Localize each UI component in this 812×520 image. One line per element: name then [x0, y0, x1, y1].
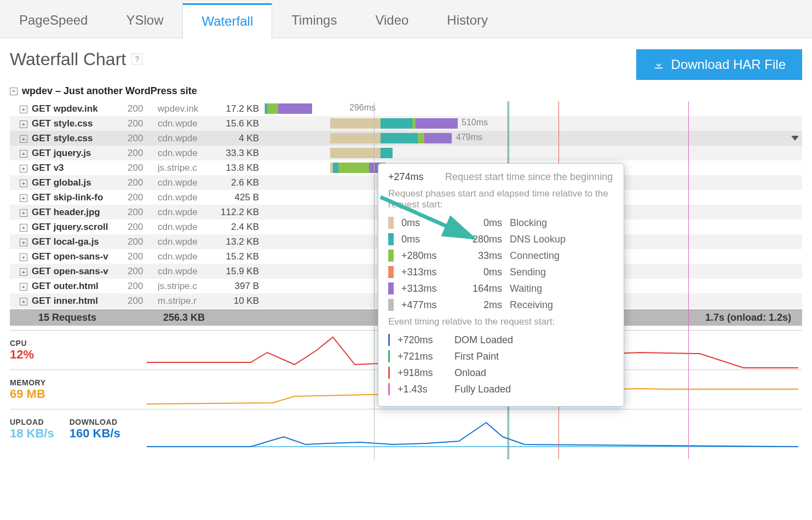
phase-swatch — [388, 299, 394, 311]
expand-icon[interactable]: + — [20, 209, 27, 217]
request-bar: 510ms — [264, 116, 802, 131]
tooltip-start-time: +274ms — [388, 171, 432, 183]
expand-icon[interactable]: + — [20, 120, 27, 128]
request-name: GET open-sans-v — [32, 251, 128, 262]
request-size: 13.8 KB — [218, 163, 264, 174]
phase-swatch — [388, 250, 394, 262]
request-domain: cdn.wpde — [158, 192, 218, 203]
request-status: 200 — [128, 177, 158, 188]
request-domain: cdn.wpde — [158, 251, 218, 262]
event-row: +918ms Onload — [388, 365, 614, 381]
expand-icon[interactable]: + — [20, 283, 27, 291]
download-icon — [653, 59, 665, 71]
tab-timings[interactable]: Timings — [272, 3, 356, 38]
upload-title: UPLOAD — [10, 418, 54, 426]
request-bar: 479ms — [264, 131, 802, 146]
waterfall-row[interactable]: + GET style.css 200 cdn.wpde 4 KB 479ms — [10, 131, 802, 146]
request-size: 4 KB — [218, 133, 264, 144]
upload-value: 18 KB/s — [10, 426, 54, 441]
expand-icon[interactable]: + — [20, 150, 27, 158]
request-size: 17.2 KB — [218, 103, 264, 114]
download-har-button[interactable]: Download HAR File — [636, 49, 802, 80]
tabs-bar: PageSpeed YSlow Waterfall Timings Video … — [0, 0, 812, 38]
waterfall-row[interactable]: + GET jquery.js 200 cdn.wpde 33.3 KB — [10, 146, 802, 160]
waterfall-row[interactable]: + GET wpdev.ink 200 wpdev.ink 17.2 KB 29… — [10, 101, 802, 116]
request-name: GET jquery.scroll — [32, 222, 128, 233]
expand-icon[interactable]: + — [20, 253, 27, 261]
tab-history[interactable]: History — [428, 3, 507, 38]
request-status: 200 — [128, 103, 158, 114]
request-time: 510ms — [462, 118, 488, 128]
request-status: 200 — [128, 281, 158, 292]
phase-swatch — [388, 282, 394, 294]
phase-start: +313ms — [401, 267, 451, 278]
request-size: 397 B — [218, 281, 264, 292]
request-size: 112.2 KB — [218, 207, 264, 218]
phase-row: +313ms 164ms Waiting — [388, 280, 614, 297]
summary-timing: 1.7s (onload: 1.2s) — [705, 312, 802, 323]
request-name: GET local-ga.js — [32, 236, 128, 247]
expand-icon[interactable]: + — [20, 165, 27, 172]
waterfall-root-row[interactable]: − wpdev – Just another WordPress site — [10, 85, 802, 99]
phase-start: +280ms — [401, 250, 451, 262]
expand-icon[interactable]: + — [20, 194, 27, 202]
phase-name: Waiting — [510, 283, 614, 294]
phase-row: +313ms 0ms Sending — [388, 264, 614, 280]
expand-icon[interactable]: + — [20, 180, 27, 187]
expand-icon[interactable]: + — [20, 135, 27, 143]
help-icon[interactable]: ? — [131, 54, 142, 65]
phase-name: DNS Lookup — [510, 234, 614, 245]
event-time: +1.43s — [398, 384, 447, 395]
tab-waterfall[interactable]: Waterfall — [182, 3, 272, 38]
phase-name: Receiving — [510, 299, 614, 311]
request-time: 296ms — [349, 103, 376, 113]
memory-value: 69 MB — [10, 387, 45, 401]
expand-icon[interactable]: + — [20, 268, 27, 276]
event-time: +918ms — [398, 367, 447, 379]
request-status: 200 — [128, 163, 158, 174]
collapse-icon[interactable]: − — [10, 88, 18, 95]
expand-icon[interactable]: + — [20, 298, 27, 305]
waterfall-row[interactable]: + GET style.css 200 cdn.wpde 15.6 KB 510… — [10, 116, 802, 131]
request-status: 200 — [128, 236, 158, 247]
request-name: GET v3 — [32, 163, 128, 174]
event-mark — [388, 334, 390, 346]
chevron-down-icon[interactable] — [791, 136, 799, 141]
cpu-title: CPU — [10, 339, 34, 348]
phase-row: +477ms 2ms Receiving — [388, 297, 614, 313]
request-size: 425 B — [218, 192, 264, 203]
download-value: 160 KB/s — [70, 426, 120, 441]
request-name: GET global.js — [32, 177, 128, 188]
phase-duration: 164ms — [458, 283, 502, 294]
request-domain: cdn.wpde — [158, 236, 218, 247]
event-mark — [388, 367, 390, 379]
root-label: wpdev – Just another WordPress site — [22, 85, 197, 97]
expand-icon[interactable]: + — [20, 224, 27, 232]
request-size: 10 KB — [218, 296, 264, 307]
request-detail-tooltip: +274ms Request start time since the begi… — [378, 163, 624, 407]
tab-video[interactable]: Video — [356, 3, 428, 38]
request-status: 200 — [128, 148, 158, 159]
request-domain: cdn.wpde — [158, 177, 218, 188]
expand-icon[interactable]: + — [20, 239, 27, 246]
phase-start: 0ms — [401, 217, 451, 229]
phase-start: 0ms — [401, 234, 451, 245]
request-domain: cdn.wpde — [158, 148, 218, 159]
phase-name: Sending — [510, 267, 614, 278]
expand-icon[interactable]: + — [20, 106, 27, 113]
summary-requests: 15 Requests — [10, 312, 163, 323]
request-size: 15.2 KB — [218, 251, 264, 262]
phase-start: +313ms — [401, 283, 451, 294]
event-name: DOM Loaded — [454, 334, 513, 346]
request-bar: 296ms — [264, 101, 802, 116]
tab-yslow[interactable]: YSlow — [107, 3, 182, 38]
tab-pagespeed[interactable]: PageSpeed — [0, 3, 107, 38]
event-name: First Paint — [454, 351, 499, 362]
request-name: GET open-sans-v — [32, 266, 128, 277]
phase-name: Connecting — [510, 250, 614, 262]
tooltip-start-desc: Request start time since the beginning — [445, 171, 613, 183]
request-status: 200 — [128, 118, 158, 129]
tooltip-section-phases: Request phases start and elapsed time re… — [388, 188, 614, 210]
event-mark — [388, 350, 390, 362]
phase-duration: 33ms — [458, 250, 502, 262]
